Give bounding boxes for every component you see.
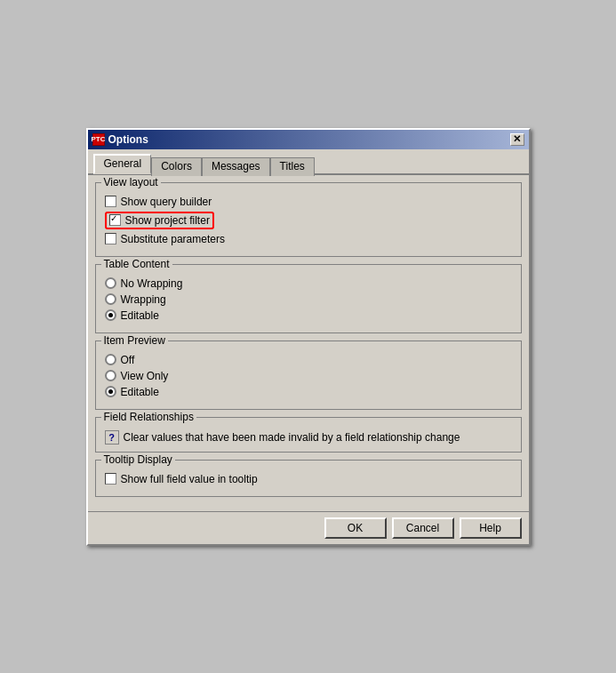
field-relationships-row: ? Clear values that have been made inval… xyxy=(105,430,512,445)
view-only-label: View Only xyxy=(121,370,169,382)
table-content-group: Table Content No Wrapping Wrapping Edita… xyxy=(95,264,522,333)
show-project-filter-label: Show project filter xyxy=(125,214,210,227)
substitute-parameters-checkbox[interactable] xyxy=(105,233,116,244)
wrapping-radio[interactable] xyxy=(105,293,116,305)
button-bar: OK Cancel Help xyxy=(88,511,529,544)
title-bar-left: PTC Options xyxy=(92,133,148,146)
dialog-body: View layout Show query builder Show proj… xyxy=(88,175,529,511)
tab-titles[interactable]: Titles xyxy=(270,157,315,176)
show-project-filter-checkbox[interactable] xyxy=(109,214,121,226)
no-wrapping-radio[interactable] xyxy=(105,277,116,289)
question-button[interactable]: ? xyxy=(105,430,119,445)
table-content-title: Table Content xyxy=(101,258,172,270)
item-preview-title: Item Preview xyxy=(101,334,168,347)
tab-colors[interactable]: Colors xyxy=(151,157,202,176)
show-query-builder-row: Show query builder xyxy=(105,196,512,208)
ptc-icon: PTC xyxy=(92,133,105,146)
field-relationships-title: Field Relationships xyxy=(101,411,196,423)
show-full-field-value-checkbox[interactable] xyxy=(105,473,116,485)
item-editable-row: Editable xyxy=(105,386,512,398)
preview-off-row: Off xyxy=(105,354,512,366)
table-editable-row: Editable xyxy=(105,309,512,322)
show-full-field-value-label: Show full field value in tooltip xyxy=(121,473,258,485)
view-only-row: View Only xyxy=(105,370,512,382)
cancel-button[interactable]: Cancel xyxy=(392,517,454,539)
field-relationships-description: Clear values that have been made invalid… xyxy=(124,431,460,444)
view-layout-group: View layout Show query builder Show proj… xyxy=(95,182,522,257)
item-editable-radio[interactable] xyxy=(105,386,116,397)
item-preview-group: Item Preview Off View Only Editable xyxy=(95,341,522,410)
dialog-title: Options xyxy=(108,133,148,146)
show-query-builder-checkbox[interactable] xyxy=(105,196,116,207)
tab-bar: General Colors Messages Titles xyxy=(88,149,529,175)
no-wrapping-row: No Wrapping xyxy=(105,277,512,290)
field-relationships-group: Field Relationships ? Clear values that … xyxy=(95,417,522,453)
show-full-field-value-row: Show full field value in tooltip xyxy=(105,473,512,485)
show-project-filter-highlight: Show project filter xyxy=(105,212,214,229)
view-only-radio[interactable] xyxy=(105,370,116,381)
close-button[interactable]: ✕ xyxy=(510,133,524,146)
help-button[interactable]: Help xyxy=(460,517,522,539)
tab-messages[interactable]: Messages xyxy=(202,157,270,176)
tooltip-display-group: Tooltip Display Show full field value in… xyxy=(95,460,522,497)
wrapping-row: Wrapping xyxy=(105,293,512,306)
preview-off-radio[interactable] xyxy=(105,354,116,365)
tooltip-display-title: Tooltip Display xyxy=(101,453,175,466)
show-project-filter-row: Show project filter xyxy=(105,212,512,229)
preview-off-label: Off xyxy=(121,354,135,366)
substitute-parameters-label: Substitute parameters xyxy=(121,233,225,245)
title-bar: PTC Options ✕ xyxy=(88,130,529,149)
table-editable-label: Editable xyxy=(121,309,159,322)
item-editable-label: Editable xyxy=(121,386,159,398)
ok-button[interactable]: OK xyxy=(324,517,387,539)
view-layout-title: View layout xyxy=(101,176,161,188)
table-editable-radio[interactable] xyxy=(105,309,116,321)
tab-general[interactable]: General xyxy=(93,154,152,174)
substitute-parameters-row: Substitute parameters xyxy=(105,233,512,245)
no-wrapping-label: No Wrapping xyxy=(121,277,183,290)
wrapping-label: Wrapping xyxy=(121,293,166,306)
show-query-builder-label: Show query builder xyxy=(121,196,212,208)
options-dialog: PTC Options ✕ General Colors Messages Ti… xyxy=(86,128,531,546)
